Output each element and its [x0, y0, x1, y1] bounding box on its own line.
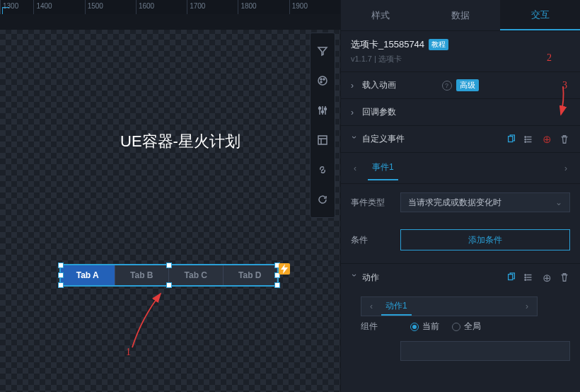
resize-handle[interactable]	[58, 272, 64, 278]
ruler-mark: 1900	[289, 0, 340, 14]
action-tabs: ‹ 动作1 ›	[341, 291, 580, 316]
svg-point-0	[318, 76, 327, 85]
event-type-field: 事件类型 当请求完成或数据变化时 ⌄	[341, 184, 580, 221]
add-icon[interactable]: ⊕	[541, 272, 552, 283]
add-icon[interactable]: ⊕	[541, 134, 552, 145]
layout-icon[interactable]	[310, 125, 335, 155]
svg-point-13	[525, 275, 526, 276]
ruler-mark: 1600	[136, 0, 187, 14]
component-version: v1.1.7	[351, 54, 372, 63]
event-type-label: 事件类型	[351, 197, 390, 209]
resize-handle[interactable]	[58, 263, 64, 268]
prev-event-icon[interactable]: ‹	[351, 163, 359, 173]
annotation-label-1: 1	[126, 347, 131, 358]
canvas-title-text: UE容器-星火计划	[117, 131, 244, 153]
help-icon[interactable]: ?	[442, 81, 452, 91]
link-icon[interactable]	[310, 155, 335, 185]
ruler-mark: 1500	[85, 0, 136, 14]
canvas-margin	[0, 14, 340, 30]
action-row[interactable]: › 动作 ⊕	[341, 264, 580, 291]
svg-point-10	[525, 139, 526, 140]
tab-interact[interactable]: 交互	[500, 0, 580, 30]
svg-point-14	[525, 277, 526, 278]
next-action-icon[interactable]: ›	[523, 301, 531, 311]
next-event-icon[interactable]: ›	[562, 163, 570, 173]
custom-event-label: 自定义事件	[362, 133, 501, 145]
radio-current[interactable]: 当前	[410, 321, 439, 333]
event-tabs: ‹ 事件1 ›	[341, 153, 580, 184]
annotation-label-3: 3	[562, 80, 567, 91]
event-tab-1[interactable]: 事件1	[368, 156, 398, 180]
radio-dot-icon	[410, 323, 419, 331]
properties-panel: 样式 数据 交互 选项卡_15585744 教程 v1.1.7 | 选项卡 2 …	[340, 0, 580, 392]
tabs-widget[interactable]: Tab A Tab B Tab C Tab D	[59, 264, 279, 287]
svg-point-1	[320, 79, 322, 80]
tab-data[interactable]: 数据	[421, 0, 501, 30]
svg-point-9	[525, 136, 526, 137]
svg-point-6	[325, 108, 327, 110]
annotation-arrow-1	[124, 287, 173, 350]
resize-handle[interactable]	[58, 282, 64, 288]
action-tab-1[interactable]: 动作1	[381, 298, 412, 316]
component-select[interactable]	[400, 341, 570, 361]
tutorial-badge[interactable]: 教程	[429, 39, 448, 50]
ruler-origin-icon	[2, 7, 9, 14]
copy-icon[interactable]	[506, 134, 517, 145]
component-field-label: 组件	[361, 321, 400, 333]
list-icon[interactable]	[523, 134, 535, 145]
tab-b[interactable]: Tab B	[115, 265, 170, 285]
chevron-down-icon: ›	[349, 136, 359, 143]
callback-params-row[interactable]: › 回调参数	[341, 99, 580, 126]
callback-label: 回调参数	[362, 106, 570, 118]
svg-rect-8	[509, 136, 513, 142]
event-type-value: 当请求完成或数据变化时	[408, 197, 501, 209]
sliders-icon[interactable]	[310, 96, 335, 125]
resize-handle[interactable]	[166, 263, 172, 268]
custom-event-row[interactable]: › 自定义事件 ⊕	[341, 126, 580, 153]
prev-action-icon[interactable]: ‹	[367, 301, 376, 311]
ruler-mark: 1700	[187, 0, 238, 14]
component-name: 选项卡_15585744	[351, 38, 424, 51]
right-toolbar	[310, 33, 335, 218]
load-animation-row[interactable]: › 载入动画 ? 高级 3	[341, 72, 580, 99]
add-condition-button[interactable]: 添加条件	[400, 229, 570, 250]
chevron-right-icon: ›	[351, 108, 358, 117]
annotation-label-2: 2	[547, 52, 552, 64]
bolt-icon[interactable]	[279, 263, 290, 275]
resize-handle[interactable]	[274, 282, 280, 288]
radio-dot-icon	[452, 323, 460, 331]
palette-icon[interactable]	[310, 66, 335, 96]
list-icon[interactable]	[523, 272, 535, 283]
radio-global[interactable]: 全局	[452, 321, 481, 333]
load-animation-label: 载入动画	[362, 79, 438, 91]
tab-d[interactable]: Tab D	[224, 265, 278, 285]
tab-c[interactable]: Tab C	[169, 265, 224, 285]
svg-rect-12	[509, 275, 513, 280]
ruler-mark: 1400	[33, 0, 84, 14]
resize-handle[interactable]	[166, 282, 172, 288]
svg-point-2	[323, 79, 325, 80]
filter-icon[interactable]	[310, 36, 335, 66]
event-type-select[interactable]: 当请求完成或数据变化时 ⌄	[400, 192, 570, 212]
canvas[interactable]: 1300 1400 1500 1600 1700 1800 1900 UE容器-…	[0, 0, 340, 392]
chevron-right-icon: ›	[351, 81, 358, 91]
delete-icon[interactable]	[559, 272, 570, 283]
svg-point-3	[320, 81, 322, 83]
action-label: 动作	[362, 272, 501, 284]
ruler-mark: 1800	[238, 0, 289, 14]
svg-point-4	[319, 108, 321, 110]
svg-rect-7	[318, 136, 327, 144]
svg-point-11	[525, 141, 526, 142]
svg-point-5	[322, 111, 324, 113]
tab-style[interactable]: 样式	[341, 0, 421, 30]
delete-icon[interactable]	[559, 134, 570, 145]
svg-point-15	[525, 279, 526, 281]
advanced-tag: 高级	[456, 79, 479, 91]
component-header: 选项卡_15585744 教程 v1.1.7 | 选项卡 2	[341, 31, 580, 72]
tab-a[interactable]: Tab A	[61, 265, 115, 285]
copy-icon[interactable]	[506, 272, 517, 283]
condition-label: 条件	[351, 234, 390, 246]
component-type: 选项卡	[378, 54, 402, 63]
refresh-icon[interactable]	[310, 185, 335, 214]
chevron-down-icon: ›	[349, 274, 359, 281]
